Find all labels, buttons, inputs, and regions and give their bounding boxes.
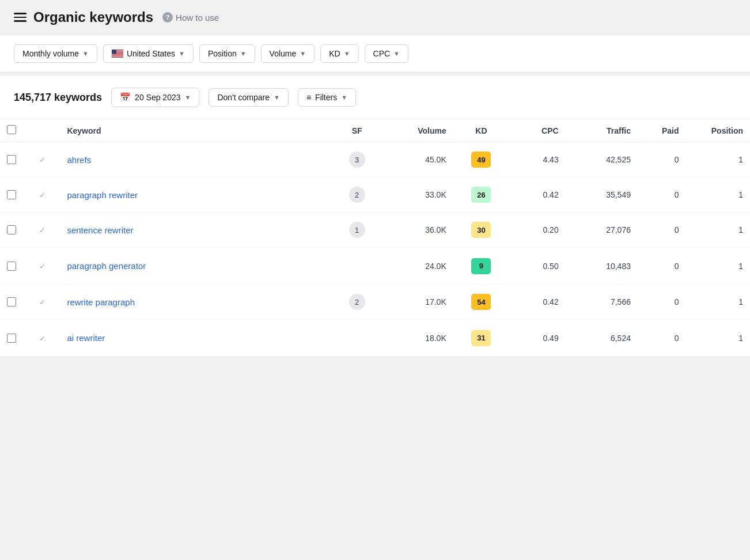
column-position: Position: [686, 119, 750, 142]
row-checkbox[interactable]: [7, 190, 16, 199]
table-header-row: Keyword SF Volume KD CPC Traffic Paid Po…: [0, 119, 750, 142]
row-checkbox[interactable]: [7, 225, 16, 234]
column-paid: Paid: [638, 119, 686, 142]
question-icon: ?: [162, 12, 173, 22]
row-checkbox[interactable]: [7, 334, 16, 343]
cpc-cell: 0.42: [509, 177, 565, 213]
row-checkbox-cell[interactable]: [0, 285, 32, 320]
volume-filter[interactable]: Volume ▼: [261, 44, 315, 63]
row-checkbox[interactable]: [7, 297, 16, 307]
paid-cell: 0: [638, 248, 686, 285]
chevron-down-icon: ▼: [185, 94, 191, 101]
sf-empty: [349, 329, 365, 345]
keyword-link[interactable]: ahrefs: [67, 155, 91, 165]
svg-rect-13: [112, 50, 116, 54]
page-header: Organic keywords ? How to use: [0, 0, 750, 35]
select-all-header[interactable]: [0, 119, 32, 142]
keyword-link[interactable]: paragraph rewriter: [67, 190, 138, 200]
table-row: ✓ ai rewriter 18.0K 31 0.49 6,524 0 1: [0, 320, 750, 357]
volume-cell: 18.0K: [381, 320, 453, 357]
paid-cell: 0: [638, 142, 686, 177]
row-check: ✓: [32, 213, 60, 248]
checkmark-icon: ✓: [39, 156, 46, 164]
checkmark-icon: ✓: [39, 191, 46, 199]
cpc-cell: 0.49: [509, 320, 565, 357]
keyword-link[interactable]: paragraph generator: [67, 261, 146, 271]
chevron-down-icon: ▼: [274, 94, 280, 101]
chevron-down-icon: ▼: [341, 94, 347, 101]
sf-cell: [333, 320, 381, 357]
sf-empty: [349, 257, 365, 273]
volume-cell: 36.0K: [381, 213, 453, 248]
kd-filter[interactable]: KD ▼: [320, 44, 358, 63]
column-volume: Volume: [381, 119, 453, 142]
column-kd: KD: [453, 119, 509, 142]
cpc-cell: 0.20: [509, 213, 565, 248]
kd-cell: 49: [453, 142, 509, 177]
position-filter[interactable]: Position ▼: [199, 44, 255, 63]
position-cell: 1: [686, 285, 750, 320]
country-filter[interactable]: United States ▼: [103, 44, 194, 63]
dont-compare-selector[interactable]: Don't compare ▼: [209, 88, 289, 107]
sf-cell: 2: [333, 285, 381, 320]
checkmark-icon: ✓: [39, 298, 46, 307]
svg-rect-10: [112, 56, 123, 56]
how-to-use-link[interactable]: ? How to use: [162, 12, 219, 22]
keyword-cell: rewrite paragraph: [60, 285, 332, 320]
chevron-down-icon: ▼: [240, 50, 247, 57]
keyword-cell: ahrefs: [60, 142, 332, 177]
hamburger-menu[interactable]: [14, 13, 26, 22]
row-checkbox-cell[interactable]: [0, 320, 32, 357]
chevron-down-icon: ▼: [82, 50, 89, 57]
kd-cell: 31: [453, 320, 509, 357]
keywords-table: Keyword SF Volume KD CPC Traffic Paid Po…: [0, 119, 750, 357]
keywords-count: 145,717 keywords: [14, 92, 102, 104]
kd-badge: 9: [471, 258, 491, 274]
sf-badge: 3: [349, 152, 365, 168]
kd-cell: 30: [453, 213, 509, 248]
keyword-link[interactable]: sentence rewriter: [67, 225, 133, 235]
row-checkbox-cell[interactable]: [0, 142, 32, 177]
filters-action-button[interactable]: ≡ Filters ▼: [298, 88, 356, 107]
kd-cell: 9: [453, 248, 509, 285]
svg-rect-9: [112, 55, 123, 56]
row-check: ✓: [32, 177, 60, 213]
keyword-cell: sentence rewriter: [60, 213, 332, 248]
row-checkbox-cell[interactable]: [0, 213, 32, 248]
row-checkbox-cell[interactable]: [0, 248, 32, 285]
paid-cell: 0: [638, 177, 686, 213]
column-keyword: Keyword: [60, 119, 332, 142]
select-all-checkbox[interactable]: [7, 125, 16, 134]
date-selector[interactable]: 📅 20 Sep 2023 ▼: [111, 88, 199, 107]
table-row: ✓ paragraph rewriter 2 33.0K 26 0.42 35,…: [0, 177, 750, 213]
table-row: ✓ rewrite paragraph 2 17.0K 54 0.42 7,56…: [0, 285, 750, 320]
paid-cell: 0: [638, 320, 686, 357]
row-check: ✓: [32, 142, 60, 177]
row-checkbox[interactable]: [7, 262, 16, 271]
position-cell: 1: [686, 248, 750, 285]
kd-badge: 26: [471, 187, 491, 203]
svg-rect-12: [112, 57, 123, 58]
keyword-cell: paragraph rewriter: [60, 177, 332, 213]
chevron-down-icon: ▼: [393, 50, 400, 57]
keyword-cell: ai rewriter: [60, 320, 332, 357]
row-checkbox-cell[interactable]: [0, 177, 32, 213]
main-content: 145,717 keywords 📅 20 Sep 2023 ▼ Don't c…: [0, 73, 750, 357]
position-cell: 1: [686, 213, 750, 248]
monthly-volume-filter[interactable]: Monthly volume ▼: [14, 44, 97, 63]
checkmark-icon: ✓: [39, 226, 46, 234]
table-row: ✓ sentence rewriter 1 36.0K 30 0.20 27,0…: [0, 213, 750, 248]
keyword-link[interactable]: ai rewriter: [67, 333, 105, 343]
keyword-link[interactable]: rewrite paragraph: [67, 297, 135, 307]
position-cell: 1: [686, 142, 750, 177]
volume-cell: 24.0K: [381, 248, 453, 285]
sf-badge: 1: [349, 222, 365, 238]
row-checkbox[interactable]: [7, 155, 16, 164]
row-check: ✓: [32, 248, 60, 285]
svg-rect-7: [112, 54, 123, 55]
cpc-cell: 4.43: [509, 142, 565, 177]
cpc-filter[interactable]: CPC ▼: [365, 44, 408, 63]
position-cell: 1: [686, 177, 750, 213]
table-row: ✓ ahrefs 3 45.0K 49 4.43 42,525 0 1: [0, 142, 750, 177]
kd-badge: 49: [471, 152, 491, 168]
